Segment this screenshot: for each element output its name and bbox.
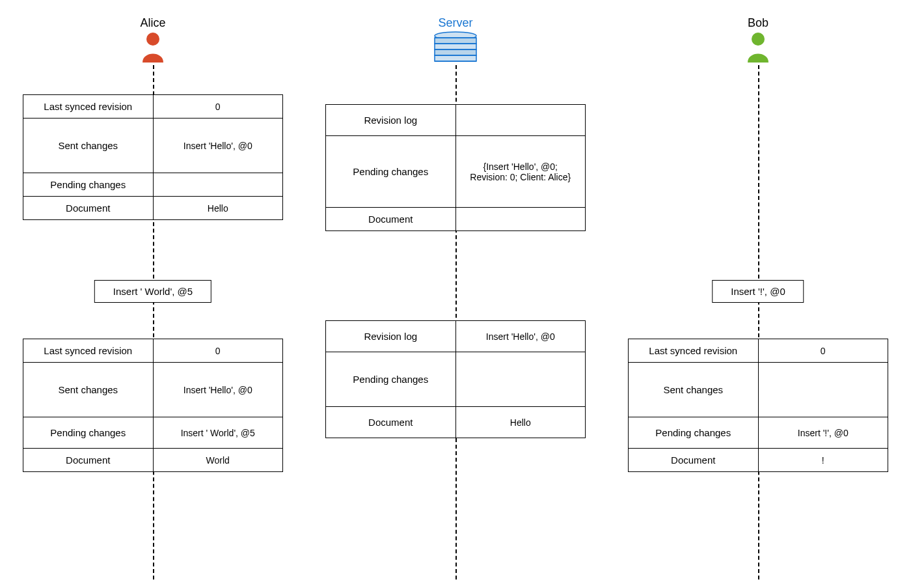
- cell-value: 0: [153, 95, 283, 119]
- cell-value: Insert 'Hello', @0: [455, 321, 586, 352]
- cell-value: Insert '!', @0: [758, 417, 888, 449]
- svg-rect-4: [435, 49, 476, 55]
- alice-operation: Insert ' World', @5: [94, 280, 211, 303]
- server-state-1: Revision log Pending changes {Insert 'He…: [325, 104, 586, 231]
- cell-value: [758, 363, 888, 417]
- cell-label: Document: [23, 197, 154, 220]
- table-row: Document World: [23, 449, 283, 472]
- alice-state-2: Last synced revision 0 Sent changes Inse…: [23, 339, 283, 472]
- cell-label: Sent changes: [629, 363, 759, 417]
- table-row: Sent changes Insert 'Hello', @0: [23, 363, 283, 417]
- table-row: Last synced revision 0: [23, 95, 283, 119]
- cell-value: Insert 'Hello', @0: [153, 363, 283, 417]
- cell-value: Hello: [153, 197, 283, 220]
- cell-label: Sent changes: [23, 119, 154, 173]
- cell-value: [455, 352, 586, 407]
- cell-label: Last synced revision: [629, 339, 759, 363]
- cell-label: Document: [326, 407, 456, 438]
- person-icon: [140, 31, 166, 64]
- lane-server: Server Revision log Pending changes: [325, 0, 586, 586]
- svg-rect-5: [435, 55, 476, 61]
- table-row: Document !: [629, 449, 888, 472]
- lane-title-server: Server: [325, 16, 586, 30]
- cell-label: Revision log: [326, 105, 456, 136]
- cell-label: Last synced revision: [23, 339, 154, 363]
- lifeline-bob: [758, 65, 759, 579]
- table-row: Sent changes Insert 'Hello', @0: [23, 119, 283, 173]
- cell-value: [153, 173, 283, 197]
- server-icon: [433, 31, 478, 67]
- cell-label: Revision log: [326, 321, 456, 352]
- cell-value: 0: [758, 339, 888, 363]
- cell-label: Sent changes: [23, 363, 154, 417]
- table-row: Pending changes: [326, 352, 586, 407]
- svg-rect-2: [435, 38, 476, 44]
- lane-alice: Alice Last synced revision 0 Sent change…: [23, 0, 283, 586]
- cell-label: Pending changes: [629, 417, 759, 449]
- cell-label: Pending changes: [326, 352, 456, 407]
- cell-label: Document: [629, 449, 759, 472]
- svg-rect-3: [435, 44, 476, 49]
- cell-label: Document: [326, 208, 456, 231]
- table-row: Last synced revision 0: [629, 339, 888, 363]
- lane-title-bob: Bob: [628, 16, 888, 30]
- cell-value: {Insert 'Hello', @0; Revision: 0; Client…: [455, 136, 586, 208]
- cell-value: !: [758, 449, 888, 472]
- cell-label: Document: [23, 449, 154, 472]
- table-row: Document: [326, 208, 586, 231]
- cell-value: Hello: [455, 407, 586, 438]
- cell-value: [455, 105, 586, 136]
- table-row: Sent changes: [629, 363, 888, 417]
- cell-label: Last synced revision: [23, 95, 154, 119]
- bob-state-2: Last synced revision 0 Sent changes Pend…: [628, 339, 888, 472]
- table-row: Document Hello: [23, 197, 283, 220]
- cell-value: 0: [153, 339, 283, 363]
- table-row: Pending changes Insert '!', @0: [629, 417, 888, 449]
- svg-point-11: [752, 33, 765, 46]
- cell-value: World: [153, 449, 283, 472]
- lane-title-alice: Alice: [23, 16, 283, 30]
- cell-label: Pending changes: [23, 417, 154, 449]
- table-row: Document Hello: [326, 407, 586, 438]
- table-row: Last synced revision 0: [23, 339, 283, 363]
- table-row: Revision log Insert 'Hello', @0: [326, 321, 586, 352]
- server-state-2: Revision log Insert 'Hello', @0 Pending …: [325, 320, 586, 438]
- cell-value: Insert 'Hello', @0: [153, 119, 283, 173]
- table-row: Pending changes {Insert 'Hello', @0; Rev…: [326, 136, 586, 208]
- alice-state-1: Last synced revision 0 Sent changes Inse…: [23, 94, 283, 220]
- lane-bob: Bob Insert '!', @0 Last synced revision …: [628, 0, 888, 586]
- table-row: Revision log: [326, 105, 586, 136]
- cell-label: Pending changes: [23, 173, 154, 197]
- cell-label: Pending changes: [326, 136, 456, 208]
- person-icon: [745, 31, 771, 64]
- table-row: Pending changes Insert ' World', @5: [23, 417, 283, 449]
- bob-operation: Insert '!', @0: [712, 280, 804, 303]
- svg-point-0: [146, 33, 159, 46]
- table-row: Pending changes: [23, 173, 283, 197]
- cell-value: [455, 208, 586, 231]
- cell-value: Insert ' World', @5: [153, 417, 283, 449]
